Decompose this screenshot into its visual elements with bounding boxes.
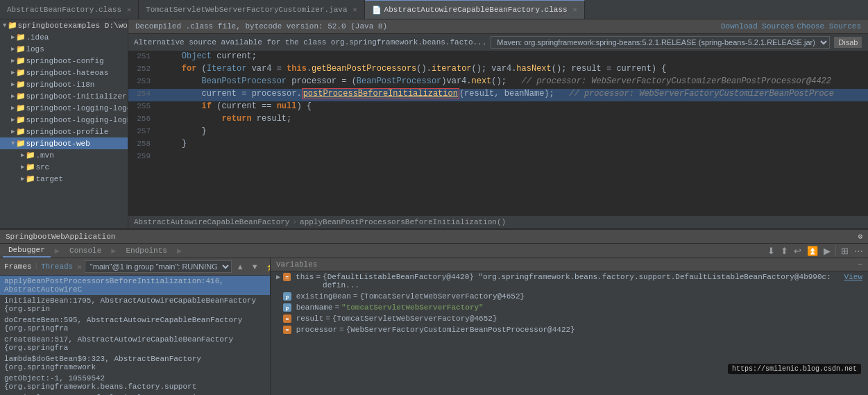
line-content: for (Iterator var4 = this.getBeanPostPro… [156, 64, 868, 74]
folder-icon: 📁 [16, 127, 26, 136]
var-item-result[interactable]: = result = {TomcatServletWebServerFactor… [271, 313, 868, 324]
tab-abstractautowire[interactable]: 📄 AbstractAutowireCapableBeanFactory.cla… [365, 0, 585, 19]
decompiled-bar: Decompiled .class file, bytecode version… [128, 19, 868, 34]
collapse-icon[interactable]: − [858, 260, 862, 269]
tab-abstractbeanfactory[interactable]: AbstractBeanFactory.class ✕ [0, 0, 139, 19]
var-item-processor[interactable]: = processor = {WebServerFactoryCustomize… [271, 324, 868, 335]
sidebar-item-src[interactable]: ▶ 📁 src [0, 161, 128, 173]
gear-icon[interactable]: ⚙ [858, 232, 862, 241]
var-item-beanname[interactable]: p beanName = "tomcatServletWebServerFact… [271, 302, 868, 313]
breadcrumb-method[interactable]: applyBeanPostProcessorsBeforeInitializat… [300, 218, 506, 226]
folder-icon: 📁 [16, 103, 26, 112]
var-value: {DefaultListableBeanFactory@4420} "org.s… [323, 273, 844, 289]
toolbar-more[interactable]: ⋯ [852, 244, 865, 258]
variables-label: Variables [276, 260, 317, 269]
arrow-icon: ▶ [11, 128, 15, 135]
toolbar-step-into[interactable]: ⬆ [778, 244, 790, 258]
frame-item[interactable]: createBean:517, AbstractAutowireCapableB… [0, 334, 270, 353]
folder-icon: 📁 [26, 162, 35, 171]
frame-item[interactable]: getSingleton:222, DefaultSingletonBeanRe… [0, 392, 270, 395]
sidebar-item-web[interactable]: ▼ 📁 springboot-web [0, 137, 128, 149]
frame-item[interactable]: initializeBean:1795, AbstractAutowireCap… [0, 295, 270, 314]
arrow-icon: ▼ [11, 140, 15, 147]
sidebar-item-mvn[interactable]: ▶ 📁 .mvn [0, 149, 128, 161]
arrow-icon: ▶ [21, 163, 24, 171]
sidebar-item-label: springboot-profile [26, 128, 108, 136]
folder-icon: 📁 [16, 139, 26, 148]
sidebar-item-hateoas[interactable]: ▶ 📁 springboot-hateoas [0, 67, 128, 78]
sidebar-item-config[interactable]: ▶ 📁 springboot-config [0, 55, 128, 67]
arrow-icon: ▶ [11, 116, 15, 124]
threads-label: Threads [41, 262, 73, 271]
var-value: {TomcatServletWebServerFactory@4652} [359, 292, 525, 301]
var-item-this[interactable]: ▶ = this = {DefaultListableBeanFactory@4… [271, 271, 868, 291]
line-number: 258 [128, 139, 156, 148]
sidebar-item-log4j[interactable]: ▶ 📁 springboot-logging-log4j [0, 102, 128, 114]
tabs-bar: AbstractBeanFactory.class ✕ TomcatServle… [0, 0, 868, 19]
arrow-icon: ▼ [3, 22, 6, 29]
frame-item[interactable]: getObject:-1, 10559542 {org.springframew… [0, 373, 270, 392]
sidebar-item-logback[interactable]: ▶ 📁 springboot-logging-logbac [0, 114, 128, 126]
code-line-254: 254 current = processor.postProcessBefor… [128, 89, 868, 101]
sidebar-item-logs[interactable]: ▶ 📁 logs [0, 43, 128, 55]
tab-debugger[interactable]: Debugger [3, 244, 51, 258]
choose-sources-link[interactable]: Choose Sources [797, 22, 861, 31]
folder-icon: 📁 [16, 80, 26, 89]
frame-item[interactable]: lambda$doGetBean$0:323, AbstractBeanFact… [0, 353, 270, 373]
expand-arrow [276, 326, 280, 333]
toolbar-evaluate[interactable]: ⊞ [839, 244, 851, 258]
tab-console[interactable]: Console [64, 244, 107, 257]
sidebar-item-label: springboot-initializer-quick [26, 92, 128, 101]
sidebar-item-target[interactable]: ▶ 📁 target [0, 173, 128, 185]
frame-item[interactable]: applyBeanPostProcessorsBeforeInitializat… [0, 276, 270, 295]
alt-source-text: Alternative source available for the cla… [134, 38, 486, 47]
line-content: Object current; [156, 51, 868, 61]
sidebar-item-profile[interactable]: ▶ 📁 springboot-profile [0, 126, 128, 137]
tab-icon: 📄 [372, 6, 382, 15]
code-line-255: 255 if (current == null) { [128, 101, 868, 114]
tab-tomcatservlet[interactable]: TomcatServletWebServerFactoryCustomizer.… [139, 0, 364, 19]
toolbar-force-step[interactable]: ↩ [792, 244, 803, 258]
decompiled-text: Decompiled .class file, bytecode version… [135, 22, 387, 31]
close-icon[interactable]: ✕ [127, 6, 131, 14]
decompiled-links: Download Sources Choose Sources [721, 22, 861, 31]
move-up-button[interactable]: ▲ [235, 262, 246, 271]
threads-close[interactable]: ✕ [77, 262, 82, 271]
toolbar-run-cursor[interactable]: ▶ [822, 244, 833, 258]
tab-sep2: ▶ [111, 246, 116, 256]
close-icon[interactable]: ✕ [573, 6, 577, 14]
code-line-253: 253 BeanPostProcessor processor = (BeanP… [128, 76, 868, 89]
tab-endpoints[interactable]: Endpoints [121, 244, 173, 257]
download-sources-link[interactable]: Download Sources [721, 22, 794, 31]
sidebar-root[interactable]: ▼ 📁 springbootexamples D:\works [0, 19, 128, 31]
breadcrumb-class[interactable]: AbstractAutowireCapableBeanFactory [134, 218, 289, 226]
code-area[interactable]: 251 Object current; 252 for (Iterator va… [128, 51, 868, 215]
var-equals: = [325, 314, 330, 323]
sidebar: ▼ 📁 springbootexamples D:\works ▶ 📁 .ide… [0, 19, 128, 228]
sidebar-item-initializer[interactable]: ▶ 📁 springboot-initializer-quick [0, 90, 128, 102]
folder-icon: 📁 [8, 21, 17, 30]
var-value: {TomcatServletWebServerFactory@4652} [332, 314, 497, 323]
expand-arrow[interactable]: ▶ [276, 273, 280, 281]
sidebar-item-i18n[interactable]: ▶ 📁 springboot-i18n [0, 78, 128, 90]
tab-label: AbstractAutowireCapableBeanFactory.class [384, 6, 568, 14]
arrow-icon: ▶ [11, 69, 15, 76]
toolbar-step-over[interactable]: ⬇ [765, 244, 777, 258]
view-link[interactable]: View [844, 273, 862, 281]
filter-button[interactable]: ⚡ [264, 262, 271, 271]
frame-item[interactable]: doCreateBean:595, AbstractAutowireCapabl… [0, 314, 270, 334]
close-icon[interactable]: ✕ [353, 6, 357, 14]
move-down-button[interactable]: ▼ [249, 262, 261, 271]
var-item-existingbean[interactable]: p existingBean = {TomcatServletWebServer… [271, 291, 868, 302]
disable-button[interactable]: Disab [834, 37, 862, 48]
maven-select[interactable]: Maven: org.springframework:spring-beans:… [491, 36, 830, 49]
sidebar-item-idea[interactable]: ▶ 📁 .idea [0, 31, 128, 43]
frame-text: doCreateBean:595, AbstractAutowireCapabl… [4, 316, 242, 333]
alt-source-bar: Alternative source available for the cla… [128, 34, 868, 51]
frames-sep: | [35, 263, 38, 270]
line-number: 255 [128, 101, 156, 110]
var-equals: = [334, 303, 339, 312]
toolbar-step-out[interactable]: ⏫ [805, 244, 820, 258]
var-value: "tomcatServletWebServerFactory" [341, 303, 484, 312]
thread-selector[interactable]: "main"@1 in group "main": RUNNING [85, 260, 232, 273]
